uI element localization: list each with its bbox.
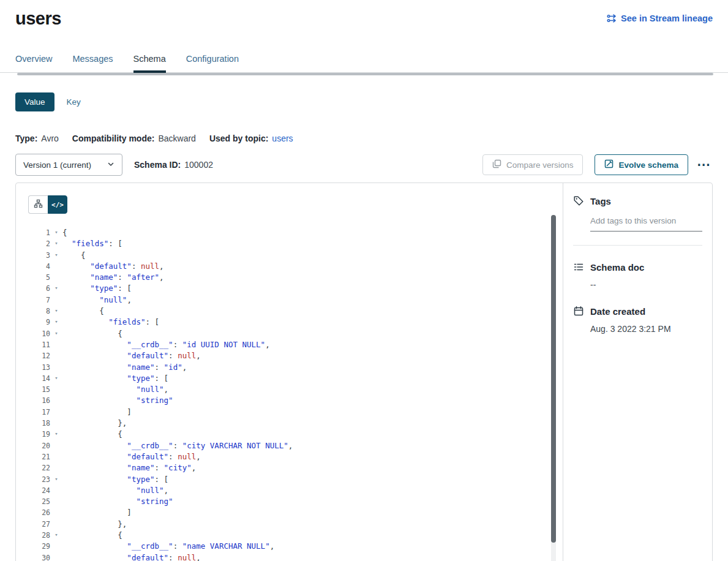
fold-toggle-icon[interactable]: ▾	[50, 238, 62, 249]
value-toggle-button[interactable]: Value	[15, 92, 54, 111]
line-number: 22	[28, 462, 50, 473]
line-number: 20	[28, 440, 50, 451]
code-line: 20 "__crdb__": "city VARCHAR NOT NULL",	[28, 440, 563, 451]
page-title: users	[15, 9, 61, 29]
schema-sidebar: Tags Schema doc --	[563, 183, 712, 561]
topic-link[interactable]: users	[272, 134, 293, 143]
tab-configuration[interactable]: Configuration	[186, 54, 239, 72]
tab-messages[interactable]: Messages	[72, 54, 113, 72]
horizontal-scrollbar[interactable]	[17, 73, 713, 75]
schema-controls-row: Version 1 (current) Schema ID: 100002 Co…	[15, 154, 713, 176]
code-line: 9▾ "fields": [	[28, 317, 563, 328]
line-number: 28	[28, 530, 50, 541]
code-text: "default": null,	[62, 552, 201, 561]
line-number: 25	[28, 496, 50, 507]
tag-icon	[573, 195, 584, 206]
line-number: 5	[28, 272, 50, 283]
code-text: "name": "after",	[62, 272, 164, 283]
compatibility-label: Compatibility mode:	[72, 134, 155, 143]
line-number: 27	[28, 519, 50, 530]
code-text: "name": "id",	[62, 362, 187, 373]
fold-spacer	[50, 519, 62, 530]
code-text: "type": [	[62, 373, 168, 384]
code-text: {	[62, 250, 86, 261]
version-select[interactable]: Version 1 (current)	[15, 154, 122, 176]
meta-type: Type: Avro	[15, 134, 59, 143]
fold-spacer	[50, 362, 62, 373]
schema-id-label: Schema ID:	[134, 160, 181, 170]
code-line: 27 },	[28, 519, 563, 530]
code-text: "default": null,	[62, 261, 164, 272]
code-line: 11 "__crdb__": "id UUID NOT NULL",	[28, 339, 563, 350]
fold-toggle-icon[interactable]: ▾	[50, 306, 62, 317]
code-line: 8▾ {	[28, 306, 563, 317]
code-text: },	[62, 519, 127, 530]
fold-toggle-icon[interactable]: ▾	[50, 530, 62, 541]
code-text: },	[62, 418, 127, 429]
code-text: {	[62, 530, 122, 541]
fold-toggle-icon[interactable]: ▾	[50, 328, 62, 339]
schema-meta-row: Type: Avro Compatibility mode: Backward …	[15, 134, 728, 143]
code-text: {	[62, 429, 122, 440]
see-in-stream-lineage-link[interactable]: See in Stream lineage	[607, 13, 713, 23]
line-number: 10	[28, 328, 50, 339]
code-view-button[interactable]: </>	[48, 195, 67, 214]
type-label: Type:	[15, 134, 37, 143]
calendar-icon	[573, 306, 584, 317]
key-toggle-button[interactable]: Key	[58, 92, 89, 111]
evolve-schema-button[interactable]: Evolve schema	[595, 154, 688, 175]
code-lines: 1▾{2▾ "fields": [3▾ {4 "default": null,5…	[28, 227, 563, 561]
stream-lineage-icon	[607, 13, 617, 23]
line-number: 7	[28, 295, 50, 306]
fold-toggle-icon[interactable]: ▾	[50, 283, 62, 294]
code-line: 21 "default": null,	[28, 451, 563, 462]
code-line: 17 ]	[28, 407, 563, 418]
code-text: "type": [	[62, 283, 132, 294]
date-created-header: Date created	[573, 306, 702, 317]
code-line: 14▾ "type": [	[28, 373, 563, 384]
line-number: 15	[28, 384, 50, 395]
tab-overview[interactable]: Overview	[15, 54, 52, 72]
code-line: 3▾ {	[28, 250, 563, 261]
code-line: 7 "null",	[28, 295, 563, 306]
line-number: 6	[28, 283, 50, 294]
code-line: 10▾ {	[28, 328, 563, 339]
fold-toggle-icon[interactable]: ▾	[50, 317, 62, 328]
sidebar-divider	[573, 245, 702, 246]
fold-toggle-icon[interactable]: ▾	[50, 474, 62, 485]
code-text: "null",	[62, 384, 168, 395]
line-number: 24	[28, 485, 50, 496]
tab-schema[interactable]: Schema	[133, 54, 166, 72]
compare-versions-icon	[492, 159, 501, 170]
vertical-scrollbar[interactable]	[551, 215, 556, 561]
code-view-icon: </>	[51, 201, 64, 209]
scrollbar-thumb[interactable]	[551, 215, 556, 543]
code-text: "__crdb__": "city VARCHAR NOT NULL",	[62, 440, 293, 451]
line-number: 3	[28, 250, 50, 261]
fold-toggle-icon[interactable]: ▾	[50, 429, 62, 440]
fold-toggle-icon[interactable]: ▾	[50, 250, 62, 261]
date-created-value: Aug. 3 2022 3:21 PM	[590, 324, 702, 334]
code-text: ]	[62, 507, 132, 518]
code-editor[interactable]: 1▾{2▾ "fields": [3▾ {4 "default": null,5…	[28, 227, 563, 561]
compare-versions-button[interactable]: Compare versions	[482, 154, 584, 175]
schema-doc-section: Schema doc --	[573, 262, 702, 290]
fold-toggle-icon[interactable]: ▾	[50, 227, 62, 238]
more-actions-button[interactable]: ⋯	[696, 158, 713, 171]
compatibility-value: Backward	[158, 134, 195, 143]
add-tags-input[interactable]	[590, 214, 702, 232]
line-number: 14	[28, 373, 50, 384]
line-number: 2	[28, 238, 50, 249]
code-line: 26 ]	[28, 507, 563, 518]
fold-spacer	[50, 261, 62, 272]
tab-bar: Overview Messages Schema Configuration	[0, 54, 728, 73]
line-number: 11	[28, 339, 50, 350]
evolve-schema-label: Evolve schema	[618, 160, 678, 170]
fold-spacer	[50, 407, 62, 418]
code-text: {	[62, 227, 67, 238]
tree-view-button[interactable]	[28, 195, 48, 214]
fold-spacer	[50, 395, 62, 406]
code-text: "fields": [	[62, 317, 159, 328]
code-text: "null",	[62, 295, 132, 306]
fold-toggle-icon[interactable]: ▾	[50, 373, 62, 384]
